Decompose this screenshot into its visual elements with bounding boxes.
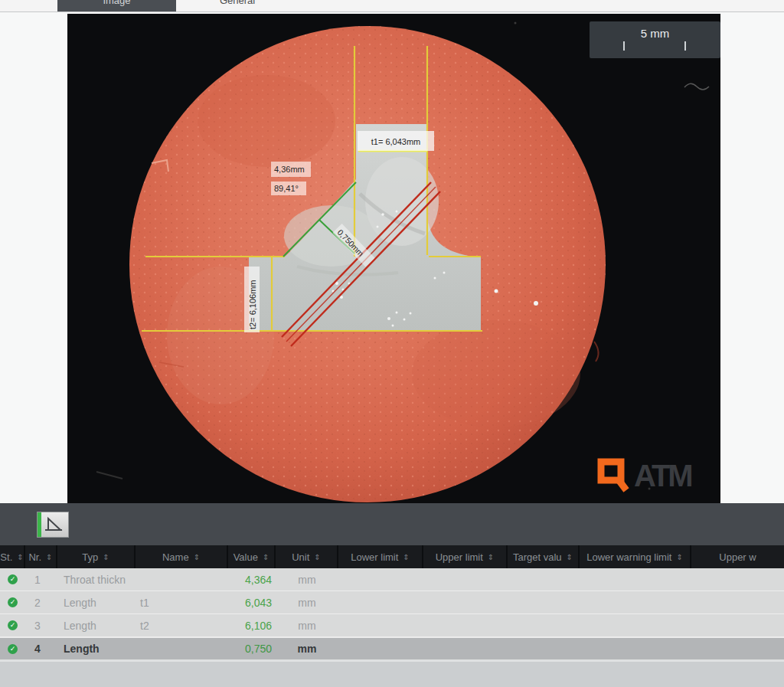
logo-q-icon [596,456,631,495]
typ-cell: Length [57,591,136,613]
status-ok-icon: ✓ [8,574,18,584]
status-cell: ✓ [0,568,25,590]
column-header-upper-warning-limit[interactable]: Upper w [691,545,784,568]
measurement-app-window: Image General [0,0,784,687]
tab-bar: Image General [0,0,784,12]
results-table-body: ✓ 1 Throat thickn 4,364 mm ✓ 2 Length t1… [0,568,784,660]
set-square-icon [43,516,63,533]
value-cell: 0,750 [228,638,276,659]
sort-icon[interactable]: ⇕ [676,553,682,561]
value-cell: 6,043 [228,591,276,613]
t2-label: t2= 6,106mm [248,280,257,329]
column-header-upper-limit[interactable]: Upper limit ⇕ [423,545,508,568]
micrograph-viewer[interactable]: t1= 6,043mm 4,36mm 89,41° t2= 6,106mm 0,… [67,14,720,503]
table-row[interactable]: ✓ 1 Throat thickn 4,364 mm [0,568,784,591]
name-cell [136,638,228,659]
sort-icon[interactable]: ⇕ [314,553,320,561]
column-header-target-value[interactable]: Target valu ⇕ [508,545,580,568]
typ-cell: Length [57,614,136,636]
sort-icon[interactable]: ⇕ [488,553,494,561]
t1-label: t1= 6,043mm [371,137,421,146]
tab-general[interactable]: General [176,0,299,11]
name-cell: t2 [136,614,228,636]
column-header-lower-warning-limit[interactable]: Lower warning limit ⇕ [580,545,691,568]
sort-icon[interactable]: ⇕ [567,553,573,561]
sort-icon[interactable]: ⇕ [403,553,409,561]
status-ok-icon: ✓ [8,597,18,607]
scale-bar: 5 mm [590,21,720,58]
value-cell: 4,364 [228,568,276,590]
measurement-toolbar [0,503,784,545]
scale-bar-tick-left [623,41,625,51]
nr-cell: 2 [25,591,57,613]
name-cell [136,568,228,590]
unit-cell: mm [276,568,338,590]
column-header-status[interactable]: St. ⇕ [0,545,25,568]
scale-bar-tick-right [684,41,686,51]
sort-icon[interactable]: ⇕ [17,553,23,561]
unit-cell: mm [276,638,338,659]
status-ok-icon: ✓ [8,620,18,630]
sort-icon[interactable]: ⇕ [103,553,109,561]
sort-icon[interactable]: ⇕ [263,553,269,561]
logo-atm-text: ATM [634,459,691,493]
status-cell: ✓ [0,591,25,613]
tab-image-label: Image [57,0,176,6]
name-cell: t1 [136,591,228,613]
qatm-logo: ATM [596,455,718,496]
throat-label: 4,36mm [274,165,305,174]
sort-icon[interactable]: ⇕ [194,553,200,561]
nr-cell: 1 [25,568,57,590]
nr-cell: 3 [25,614,57,636]
tab-image[interactable]: Image [57,0,176,11]
status-ok-icon: ✓ [8,644,18,654]
nr-cell: 4 [25,638,57,659]
unit-cell: mm [276,591,338,613]
status-cell: ✓ [0,614,25,636]
typ-cell: Throat thickn [57,568,136,590]
table-empty-area [0,660,784,687]
column-header-nr[interactable]: Nr. ⇕ [25,545,57,568]
value-cell: 6,106 [228,614,276,636]
column-header-typ[interactable]: Typ ⇕ [57,545,136,568]
tab-general-label: General [176,0,299,6]
table-row[interactable]: ✓ 2 Length t1 6,043 mm [0,591,784,614]
unit-cell: mm [276,614,338,636]
column-header-lower-limit[interactable]: Lower limit ⇕ [338,545,423,568]
measure-tool-button[interactable] [37,512,69,538]
sort-icon[interactable]: ⇕ [46,553,52,561]
weld-micrograph-canvas: t1= 6,043mm 4,36mm 89,41° t2= 6,106mm 0,… [67,14,720,503]
active-tool-stripe [38,512,41,537]
table-row-selected[interactable]: ✓ 4 Length 0,750 mm [0,637,784,660]
table-row[interactable]: ✓ 3 Length t2 6,106 mm [0,614,784,637]
column-header-name[interactable]: Name ⇕ [136,545,228,568]
results-table-header: St. ⇕ Nr. ⇕ Typ ⇕ Name ⇕ Value ⇕ Unit ⇕ … [0,545,784,568]
status-cell: ✓ [0,638,25,659]
typ-cell: Length [57,638,136,659]
scale-bar-label: 5 mm [590,27,720,40]
column-header-unit[interactable]: Unit ⇕ [276,545,338,568]
angle-label: 89,41° [274,184,299,193]
column-header-value[interactable]: Value ⇕ [228,545,276,568]
